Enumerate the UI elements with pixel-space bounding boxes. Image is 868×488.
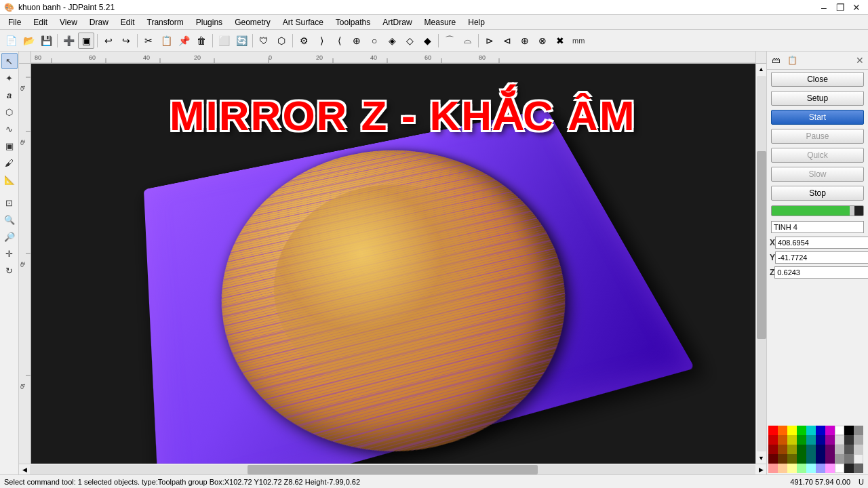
tool7[interactable]: ◇ (401, 33, 418, 49)
menu-plugins[interactable]: Plugins (191, 16, 228, 28)
vertical-scrollbar[interactable]: ▲ ▼ (755, 64, 766, 464)
right-panel-close-btn[interactable]: ✕ (853, 55, 867, 66)
shield2-btn[interactable]: ⬡ (273, 33, 290, 49)
swatch-w5[interactable] (835, 464, 844, 473)
h-scroll-thumb[interactable] (248, 465, 538, 474)
swatch-lightgray[interactable] (835, 435, 844, 445)
tool2[interactable]: ⟩ (313, 33, 330, 49)
rotate-view-btn[interactable]: 🔄 (233, 33, 250, 49)
swatch-r3[interactable] (768, 445, 778, 454)
scroll-right-btn[interactable]: ▶ (755, 464, 766, 475)
select-box-btn[interactable]: ▣ (78, 33, 94, 49)
swatch-w3[interactable] (835, 445, 844, 454)
swatch-medgray[interactable] (854, 435, 863, 445)
save-btn[interactable]: 💾 (38, 33, 54, 49)
swatch-bk3[interactable] (844, 445, 854, 454)
swatch-g4[interactable] (797, 454, 806, 464)
swatch-blue[interactable] (816, 426, 825, 435)
swatch-gy5[interactable] (854, 464, 863, 473)
swatch-b4[interactable] (816, 454, 825, 464)
measure-tool[interactable]: 📐 (1, 171, 18, 188)
shield-btn[interactable]: 🛡 (256, 33, 272, 49)
swatch-c5[interactable] (806, 464, 816, 473)
text-tool[interactable]: a (1, 87, 18, 103)
swatch-c3[interactable] (806, 445, 816, 454)
tool11[interactable]: ⊳ (481, 33, 498, 49)
slow-btn[interactable]: Slow (771, 167, 864, 182)
frame-btn[interactable]: ⬜ (216, 33, 232, 49)
menu-edit[interactable]: Edit (28, 16, 53, 28)
swatch-r4[interactable] (768, 454, 778, 464)
swatch-cyan[interactable] (806, 426, 816, 435)
open-btn[interactable]: 📂 (20, 33, 37, 49)
zoom-box-tool[interactable]: ⊡ (1, 195, 18, 211)
scroll-down-btn[interactable]: ▼ (756, 453, 767, 464)
swatch-darkred[interactable] (768, 435, 778, 445)
swatch-b5[interactable] (816, 464, 825, 473)
swatch-darkyellow[interactable] (787, 435, 797, 445)
close-window-button[interactable]: ✕ (849, 1, 864, 14)
swatch-o3[interactable] (778, 445, 787, 454)
tool14[interactable]: ⊗ (534, 33, 551, 49)
pan-tool[interactable]: ✛ (1, 245, 18, 262)
menu-transform[interactable]: Transform (142, 16, 189, 28)
tool4[interactable]: ⊕ (349, 33, 365, 49)
swatch-magenta[interactable] (825, 426, 835, 435)
start-btn[interactable]: Start (771, 110, 864, 125)
close-btn[interactable]: Close (771, 72, 864, 87)
swatch-darkblue[interactable] (816, 435, 825, 445)
new-btn[interactable]: 📄 (3, 33, 19, 49)
pause-btn[interactable]: Pause (771, 129, 864, 144)
delete-btn[interactable]: 🗑 (193, 33, 210, 49)
swatch-white[interactable] (835, 426, 844, 435)
scroll-left-btn[interactable]: ◀ (19, 464, 30, 475)
swatch-darkgreen[interactable] (797, 435, 806, 445)
rotate-tool[interactable]: ↻ (1, 262, 18, 279)
swatch-darkmagenta[interactable] (825, 435, 835, 445)
shape-tool[interactable]: ⬡ (1, 104, 18, 120)
swatch-o4[interactable] (778, 454, 787, 464)
paste-btn[interactable]: 📌 (176, 33, 192, 49)
menu-artdraw[interactable]: ArtDraw (377, 16, 417, 28)
setup-btn[interactable]: Setup (771, 91, 864, 106)
swatch-orange[interactable] (778, 426, 787, 435)
tool8[interactable]: ◆ (419, 33, 435, 49)
swatch-y5[interactable] (787, 464, 797, 473)
menu-edit2[interactable]: Edit (115, 16, 140, 28)
z-input[interactable] (774, 266, 868, 279)
copy-btn[interactable]: 📋 (158, 33, 174, 49)
swatch-green[interactable] (797, 426, 806, 435)
swatch-black[interactable] (844, 426, 854, 435)
swatch-bk4[interactable] (844, 454, 854, 464)
menu-help[interactable]: Help (462, 16, 490, 28)
swatch-c4[interactable] (806, 454, 816, 464)
swatch-gy3[interactable] (854, 445, 863, 454)
zoom-in-tool[interactable]: 🔍 (1, 211, 18, 228)
menu-draw[interactable]: Draw (84, 16, 114, 28)
swatch-g5[interactable] (797, 464, 806, 473)
minimize-button[interactable]: – (816, 1, 831, 14)
name-input[interactable] (771, 221, 864, 233)
horizontal-scrollbar[interactable]: ◀ ▶ (19, 464, 766, 474)
menu-art-surface[interactable]: Art Surface (277, 16, 329, 28)
menu-view[interactable]: View (54, 16, 83, 28)
swatch-bk5[interactable] (844, 464, 854, 473)
swatch-red[interactable] (768, 426, 778, 435)
h-scroll-track[interactable] (30, 465, 755, 474)
x-input[interactable] (775, 237, 868, 249)
tool9[interactable]: ⌒ (441, 33, 458, 49)
tool13[interactable]: ⊕ (517, 33, 533, 49)
swatch-gy4[interactable] (854, 454, 863, 464)
select-tool[interactable]: ↖ (1, 53, 18, 69)
swatch-gray[interactable] (854, 426, 863, 435)
swatch-m5[interactable] (825, 464, 835, 473)
scroll-thumb[interactable] (757, 151, 766, 339)
plus-btn[interactable]: ➕ (60, 33, 77, 49)
stop-btn[interactable]: Stop (771, 186, 864, 201)
zoom-out-tool[interactable]: 🔎 (1, 228, 18, 245)
quick-btn[interactable]: Quick (771, 148, 864, 163)
undo-btn[interactable]: ↩ (100, 33, 117, 49)
menu-toolpaths[interactable]: Toolpaths (330, 16, 376, 28)
swatch-b3[interactable] (816, 445, 825, 454)
tool6[interactable]: ◈ (384, 33, 400, 49)
